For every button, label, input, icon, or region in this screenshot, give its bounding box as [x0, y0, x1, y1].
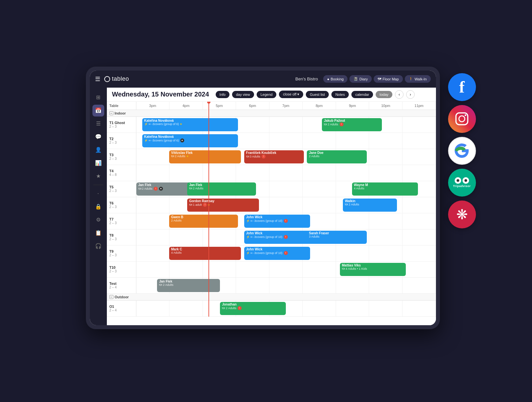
t7-label: T7 2 – 3 — [107, 213, 136, 229]
floormap-button[interactable]: 🗺 Floor Map — [374, 75, 403, 83]
guestlist-button[interactable]: Guest list — [306, 91, 329, 98]
sidebar-item-reports[interactable]: 📋 — [92, 227, 104, 239]
t9-label: T9 2 – 3 — [107, 245, 136, 261]
table-row-t10: T10 2 – 3 Matt — [107, 262, 436, 278]
booking-block[interactable]: Jan Flek 🍽 2 Adults — [187, 182, 256, 196]
logo-circle-icon — [104, 76, 110, 82]
booking-block[interactable]: Mark C 4 Adults — [169, 247, 241, 260]
booking-details: 2 Adults — [309, 155, 365, 158]
t1-cell-4 — [236, 117, 269, 133]
t4-cells — [136, 165, 436, 181]
menu-icon[interactable]: ☰ — [95, 75, 100, 83]
booking-name: Gwen B — [171, 215, 236, 219]
table-row-o1: O1 2 – 4 Jonat — [107, 301, 436, 317]
dayview-button[interactable]: day view — [232, 91, 254, 98]
t6-name: T6 — [109, 201, 133, 205]
walkin-button[interactable]: 🚶 Walk-In — [405, 75, 431, 83]
booking-block[interactable]: Jane Doe 2 Adults — [307, 150, 367, 163]
sidebar-item-favorites[interactable]: ★ — [92, 170, 104, 182]
booking-block[interactable]: Mattias Viks 🍽 4 Adults • 1 Kids — [340, 263, 406, 276]
legend-button[interactable]: Legend — [257, 91, 277, 98]
booking-details: 🍽 2 Adults ! — [324, 122, 380, 126]
booking-name: Sarah Fraser — [309, 231, 365, 235]
outdoor-label: Outdoor — [115, 295, 129, 299]
t4-capacity: 4 – 8 — [109, 173, 133, 177]
t5-name: T5 — [109, 185, 133, 189]
logo-text: tableo — [112, 75, 129, 82]
booking-block[interactable]: František Koubíček 🍽 3 Adults ! — [244, 150, 304, 163]
facebook-icon[interactable]: f — [448, 73, 476, 101]
svg-point-2 — [465, 115, 466, 116]
booking-block[interactable]: Jan Flek 🍽 2 Adults — [157, 279, 220, 292]
test-cells: Jan Flek 🍽 2 Adults — [136, 278, 436, 293]
booking-block[interactable]: Kateřina Nováková ⚡ ∞ -3covers (group of… — [142, 118, 238, 131]
booking-details: ⚡ ∞ -3covers (group of 10) ! — [246, 235, 308, 239]
instagram-icon[interactable] — [448, 105, 476, 133]
indoor-toggle[interactable]: − — [109, 111, 113, 115]
time-4pm: 4pm — [169, 102, 203, 110]
calendar-button[interactable]: calendar — [351, 91, 373, 98]
t1-cell-9 — [403, 117, 436, 133]
table-row-t2: T2 2 – 3 Kateř — [107, 133, 436, 149]
booking-details: 🍽 2 Adults — [345, 203, 395, 206]
prev-button[interactable]: ‹ — [395, 90, 404, 99]
table-row-t8: T8 2 – 3 John — [107, 229, 436, 245]
sidebar: ⊞ 📅 ☰ 💬 👤 📊 ★ • 🔒 ⚙ 📋 🎧 — [90, 88, 107, 325]
booking-block[interactable]: Gordon Ramsay 🍽 1 adult ! ★ — [187, 199, 259, 212]
booking-block[interactable]: John Wick ⚡ ∞ -3covers (group of 10) ! — [244, 247, 310, 260]
booking-block[interactable]: Gwen B 2 Adults — [169, 215, 238, 228]
sidebar-item-messages[interactable]: 💬 — [92, 131, 104, 143]
openable-icon[interactable]: ❋ — [448, 201, 476, 228]
booking-block[interactable]: Kateřina Nováková ⚡ ∞ -3covers (group of… — [142, 134, 238, 147]
time-slots-header: 3pm 4pm 5pm 6pm 7pm 8pm 9pm 10pm 11pm — [136, 102, 436, 110]
t3-label: T3 2 – 3 — [107, 149, 136, 165]
calendar-container[interactable]: Table 3pm 4pm 5pm 6pm 7pm 8pm 9pm 10pm — [107, 102, 436, 325]
booking-name: Vítězslav Flek — [171, 151, 239, 155]
booking-details: 4 Adults — [354, 187, 416, 190]
t10-cells: Mattias Viks 🍽 4 Adults • 1 Kids — [136, 262, 436, 277]
booking-block[interactable]: Wayne M 4 Adults — [352, 182, 418, 196]
sidebar-item-analytics[interactable]: 📊 — [92, 157, 104, 169]
t10-capacity: 2 – 3 — [109, 269, 133, 273]
booking-block[interactable]: John Wick ⚡ ∞ -3covers (group of 10) ! — [244, 215, 310, 228]
google-icon[interactable] — [448, 137, 476, 165]
sidebar-item-list[interactable]: ☰ — [92, 118, 104, 130]
booking-block[interactable]: Walkin 🍽 2 Adults — [343, 199, 397, 212]
booking-name: Kateřina Nováková — [144, 119, 236, 122]
sidebar-item-grid[interactable]: ⊞ — [92, 92, 104, 103]
calendar-grid: Table 3pm 4pm 5pm 6pm 7pm 8pm 9pm 10pm — [107, 102, 436, 317]
indoor-section-header: − Indoor — [107, 110, 436, 117]
sidebar-item-calendar[interactable]: 📅 — [92, 105, 104, 116]
t2-cells: Kateřina Nováková ⚡ ∞ -3covers (group of… — [136, 133, 436, 149]
table-row-t4: T4 4 – 8 — [107, 165, 436, 181]
booking-block[interactable]: John Wick ⚡ ∞ -3covers (group of 10) ! — [244, 231, 310, 244]
t1-name: T1 Ghost — [109, 121, 133, 125]
table-row-t6: T6 2 – 3 Gordo — [107, 197, 436, 213]
sidebar-item-lock[interactable]: 🔒 — [92, 201, 104, 213]
t7-capacity: 2 – 3 — [109, 221, 133, 225]
booking-name: Gordon Ramsay — [189, 199, 257, 203]
booking-block[interactable]: Vítězslav Flek 🍽 2 Adults ★ — [169, 150, 241, 163]
sidebar-item-user[interactable]: 👤 — [92, 144, 104, 156]
sidebar-item-support[interactable]: 🎧 — [92, 240, 104, 252]
booking-details: ⚡ ∞ -3covers (group of 6) ● — [144, 138, 236, 142]
closeoff-button[interactable]: close off ▾ — [279, 91, 303, 98]
booking-block[interactable]: Sarah Fraser 3 Adults — [307, 231, 367, 244]
booking-details: 3 Adults — [309, 235, 365, 238]
notes-button[interactable]: Notes — [331, 91, 349, 98]
info-button[interactable]: Info — [216, 91, 229, 98]
time-3pm: 3pm — [136, 102, 170, 110]
today-button[interactable]: today — [376, 91, 392, 98]
outdoor-toggle[interactable]: − — [109, 295, 113, 299]
diary-button[interactable]: 📓 Diary — [349, 75, 372, 83]
time-6pm: 6pm — [236, 102, 269, 110]
tripadvisor-icon[interactable]: Tripadvisor — [448, 169, 476, 197]
next-button[interactable]: › — [406, 90, 415, 99]
t6-cells: Gordon Ramsay 🍽 1 adult ! ★ Walkin 🍽 2 A… — [136, 197, 436, 213]
booking-block[interactable]: Jakub Pažout 🍽 2 Adults ! — [322, 118, 382, 131]
booking-block[interactable]: Jonathan 🍽 2 Adults ! — [220, 302, 286, 315]
booking-name: Mark C — [171, 247, 239, 251]
o1-cells: Jonathan 🍽 2 Adults ! — [136, 301, 436, 316]
sidebar-item-settings[interactable]: ⚙ — [92, 214, 104, 226]
booking-button[interactable]: ● Booking — [323, 75, 347, 83]
